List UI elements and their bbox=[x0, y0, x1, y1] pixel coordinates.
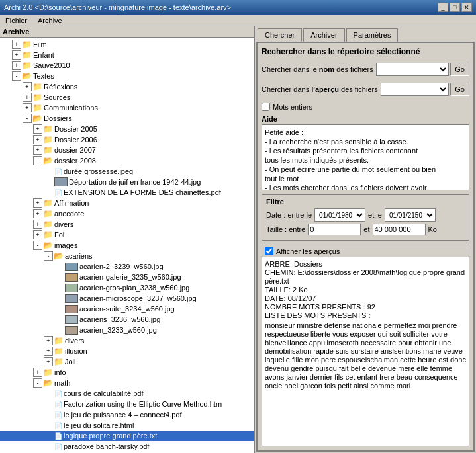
tree-item-dossier2005[interactable]: + 📁 Dossier 2005 bbox=[0, 124, 254, 134]
size-from-input[interactable] bbox=[308, 224, 361, 235]
tree-item-mf5[interactable]: 📄 logique propre grand père.txt bbox=[0, 431, 254, 441]
thumb-ac2 bbox=[65, 273, 78, 282]
tree-item-divers2[interactable]: + 📁 divers bbox=[0, 335, 254, 346]
tree-item-images[interactable]: - 📂 images bbox=[0, 240, 254, 251]
tree-item-math[interactable]: - 📂 math bbox=[0, 378, 254, 388]
tree-item-dossier2007[interactable]: + 📁 dossier 2007 bbox=[0, 145, 254, 155]
tree-item-ac6[interactable]: acariens_3236_w560.jpg bbox=[0, 314, 254, 325]
tree-item-sources[interactable]: + 📁 Sources bbox=[0, 92, 254, 103]
expander-dossier2005[interactable]: + bbox=[33, 124, 42, 134]
tree-item-ac2[interactable]: acarien-galerie_3235_w560.jpg bbox=[0, 272, 254, 282]
expander-divers2[interactable]: + bbox=[44, 336, 53, 345]
name-search-select[interactable] bbox=[376, 63, 450, 76]
tree-item-acariens[interactable]: - 📂 acariens bbox=[0, 251, 254, 261]
tree-item-file3[interactable]: 📄 EXTENSION DE LA FORME DES chainettes.p… bbox=[0, 187, 254, 198]
tree-item-ac3[interactable]: acarien-gros-plan_3238_w560.jpg bbox=[0, 282, 254, 293]
tree-item-divers[interactable]: + 📁 divers bbox=[0, 219, 254, 229]
tree-item-sauve2010[interactable]: + 📁 Sauve2010 bbox=[0, 60, 254, 71]
tree-item-illusion[interactable]: + 📁 illusion bbox=[0, 346, 254, 356]
name-search-go-button[interactable]: Go bbox=[450, 63, 469, 76]
tree-item-mf2[interactable]: 📄 Factorization using the Elliptic Curve… bbox=[0, 399, 254, 409]
expander-dossier2007[interactable]: + bbox=[33, 145, 42, 155]
afficher-checkbox[interactable] bbox=[265, 247, 273, 255]
tree-item-ac7[interactable]: acarien_3233_w560.jpg bbox=[0, 325, 254, 335]
expander-foi[interactable]: + bbox=[33, 230, 42, 239]
expander-film[interactable]: + bbox=[12, 40, 21, 49]
tab-chercher[interactable]: Chercher bbox=[258, 28, 302, 42]
result-content: ARBRE: Dossiers CHEMIN: E:\dossiers\doss… bbox=[262, 257, 469, 446]
tree-item-reflexions[interactable]: + 📁 Réflexions bbox=[0, 81, 254, 92]
tree-item-ac5[interactable]: acarien-suite_3234_w560.jpg bbox=[0, 304, 254, 314]
expander-affirmation[interactable]: + bbox=[33, 198, 42, 208]
preview-search-go-button[interactable]: Go bbox=[450, 83, 469, 96]
date-to-select[interactable]: 01/01/2150 bbox=[385, 208, 436, 222]
expander-reflexions[interactable]: + bbox=[23, 82, 32, 91]
tree-item-communications[interactable]: + 📁 Communications bbox=[0, 103, 254, 113]
expander-dossier2008[interactable]: - bbox=[33, 156, 42, 165]
aide-line-1: - La recherche n'est pas sensible à la c… bbox=[265, 137, 466, 146]
tree-item-file1[interactable]: 📄 durée grossesse.jpeg bbox=[0, 166, 254, 177]
preview-search-select[interactable] bbox=[381, 83, 450, 96]
expander-dossier2006[interactable]: + bbox=[33, 135, 42, 144]
expander-enfant[interactable]: + bbox=[12, 50, 21, 60]
tree-item-mf6[interactable]: 📄 paradoxe banch-tarsky.pdf bbox=[0, 441, 254, 452]
folder-icon-info: 📁 bbox=[43, 368, 53, 377]
file-icon-3: 📄 bbox=[54, 189, 62, 196]
tab-parametres[interactable]: Paramètres bbox=[346, 28, 399, 42]
expander-sources[interactable]: + bbox=[23, 93, 32, 102]
close-button[interactable]: ✕ bbox=[461, 3, 472, 12]
label-mf1: cours de calculabilité.pdf bbox=[64, 390, 143, 397]
date-from-select[interactable]: 01/01/1980 bbox=[314, 208, 365, 222]
tree-item-mf1[interactable]: 📄 cours de calculabilité.pdf bbox=[0, 388, 254, 399]
aide-title: Aide bbox=[262, 115, 469, 123]
menu-bar: Fichier Archive bbox=[0, 15, 476, 26]
folder-icon-reflexions: 📁 bbox=[32, 82, 42, 91]
expander-sauve2010[interactable]: + bbox=[12, 61, 21, 70]
expander-divers[interactable]: + bbox=[33, 220, 42, 229]
archive-header: Archive bbox=[0, 26, 254, 38]
label-joli: Joli bbox=[65, 358, 76, 366]
mots-entiers-checkbox[interactable] bbox=[262, 103, 270, 111]
maximize-button[interactable]: □ bbox=[450, 3, 460, 12]
tree-item-film[interactable]: + 📁 Film bbox=[0, 39, 254, 50]
tree-item-enfant[interactable]: + 📁 Enfant bbox=[0, 50, 254, 60]
thumb-ac3 bbox=[65, 284, 78, 292]
menu-archive[interactable]: Archive bbox=[35, 16, 65, 25]
tree-item-file2[interactable]: Déportation de juif en france 1942-44.jp… bbox=[0, 177, 254, 187]
expander-textes[interactable]: - bbox=[12, 71, 21, 81]
tree-item-affirmation[interactable]: + 📁 Affirmation bbox=[0, 198, 254, 208]
folder-icon-illusion: 📁 bbox=[54, 347, 64, 356]
menu-fichier[interactable]: Fichier bbox=[3, 16, 30, 25]
minimize-button[interactable]: _ bbox=[438, 3, 448, 12]
expander-communications[interactable]: + bbox=[23, 103, 32, 112]
expander-info[interactable]: + bbox=[33, 368, 42, 377]
folder-icon-dossier2006: 📁 bbox=[43, 135, 53, 144]
result-texte: monsieur ministre defense nationale perm… bbox=[265, 321, 466, 390]
tree-item-ac1[interactable]: acarien-2_3239_w560.jpg bbox=[0, 261, 254, 272]
tree-item-dossier2006[interactable]: + 📁 Dossier 2006 bbox=[0, 134, 254, 145]
size-to-input[interactable] bbox=[373, 224, 426, 235]
tree-item-info[interactable]: + 📁 info bbox=[0, 367, 254, 378]
expander-images[interactable]: - bbox=[33, 241, 42, 250]
label-mf4: le jeu du solitaire.html bbox=[64, 421, 134, 429]
expander-anecdote[interactable]: + bbox=[33, 209, 42, 218]
label-dossier2006: Dossier 2006 bbox=[54, 136, 97, 144]
expander-dossiers[interactable]: - bbox=[23, 114, 32, 123]
tab-archiver[interactable]: Archiver bbox=[303, 28, 344, 42]
expander-joli[interactable]: + bbox=[44, 357, 53, 366]
tree-item-anecdote[interactable]: + 📁 anecdote bbox=[0, 208, 254, 219]
tree-item-mf4[interactable]: 📄 le jeu du solitaire.html bbox=[0, 420, 254, 431]
tree-item-joli[interactable]: + 📁 Joli bbox=[0, 356, 254, 367]
tree-item-dossier2008[interactable]: - 📂 dossier 2008 bbox=[0, 155, 254, 166]
expander-acariens[interactable]: - bbox=[44, 251, 53, 261]
tree-item-foi[interactable]: + 📁 Foi bbox=[0, 229, 254, 240]
file-icon-1: 📄 bbox=[54, 168, 62, 175]
filtre-title: Filtre bbox=[266, 198, 465, 206]
tree-item-dossiers[interactable]: - 📂 Dossiers bbox=[0, 113, 254, 124]
name-search-input-wrap: Go bbox=[376, 63, 469, 76]
expander-math[interactable]: - bbox=[33, 378, 42, 388]
tree-item-textes[interactable]: - 📂 Textes bbox=[0, 71, 254, 81]
tree-item-mf3[interactable]: 📄 le jeu de puissance 4 – connect4.pdf bbox=[0, 409, 254, 420]
tree-item-ac4[interactable]: acarien-microscope_3237_w560.jpg bbox=[0, 293, 254, 304]
expander-illusion[interactable]: + bbox=[44, 347, 53, 356]
